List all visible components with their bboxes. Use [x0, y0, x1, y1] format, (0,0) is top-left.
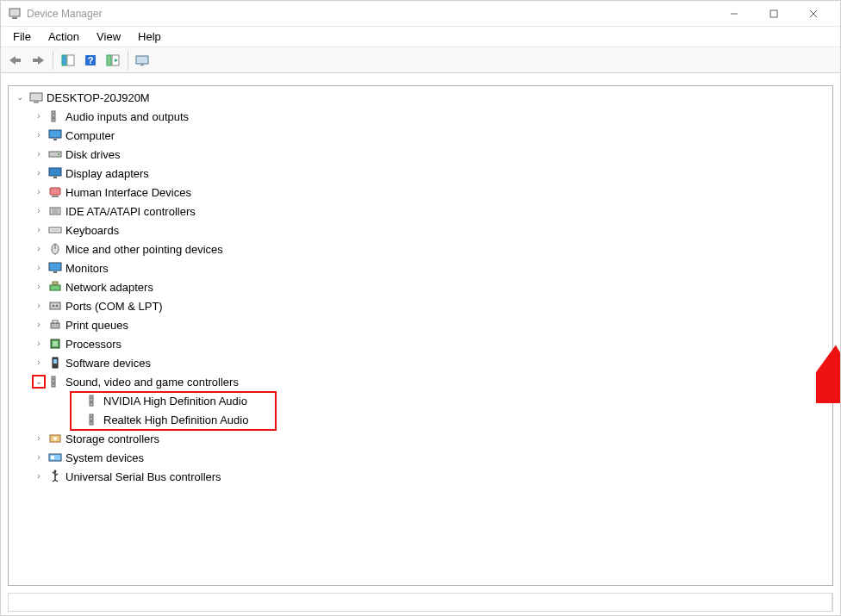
tree-category[interactable]: ›Mice and other pointing devices [9, 240, 832, 258]
tree-category[interactable]: ›Monitors [9, 258, 832, 277]
tree-category[interactable]: ›Storage controllers [9, 429, 832, 448]
tree-item-label: Human Interface Devices [65, 186, 191, 199]
statusbar [8, 593, 833, 612]
help-button[interactable]: ? [79, 50, 102, 71]
svg-rect-40 [50, 285, 60, 290]
expand-icon[interactable]: › [33, 224, 45, 236]
tree-device[interactable]: Realtek High Definition Audio [9, 410, 832, 429]
tree-category[interactable]: ›Software devices [9, 353, 832, 372]
forward-button[interactable] [27, 50, 49, 71]
tree-item-label: Keyboards [65, 224, 119, 237]
tree-item-label: IDE ATA/ATAPI controllers [65, 205, 196, 218]
tree-item-label: Audio inputs and outputs [65, 110, 189, 123]
tree-item-label: Disk drives [65, 148, 121, 161]
printer-icon [48, 318, 62, 332]
tree-category[interactable]: ›Processors [9, 334, 832, 353]
tree-item-label: Storage controllers [65, 432, 159, 445]
tree-category[interactable]: ›Universal Serial Bus controllers [9, 467, 832, 486]
expand-icon[interactable]: › [33, 357, 45, 369]
device-manager-icon [8, 7, 22, 21]
tree-item-label: Computer [65, 129, 115, 142]
svg-rect-21 [49, 130, 61, 138]
twisty-blank [71, 414, 83, 426]
svg-rect-63 [51, 456, 54, 459]
tree-category[interactable]: ›Display adapters [9, 164, 832, 183]
expand-icon[interactable]: › [33, 205, 45, 217]
svg-rect-0 [9, 9, 20, 16]
tree-category[interactable]: ›Audio inputs and outputs [9, 107, 832, 126]
software-icon [48, 356, 62, 370]
tree-category[interactable]: ›Computer [9, 126, 832, 145]
speaker-icon [86, 394, 100, 408]
expand-icon[interactable]: › [33, 243, 45, 255]
expand-icon[interactable]: › [33, 338, 45, 350]
tree-category[interactable]: ›Keyboards [9, 221, 832, 240]
expand-icon[interactable]: › [33, 319, 45, 331]
svg-rect-35 [51, 229, 59, 231]
tree-item-label: Processors [65, 338, 121, 351]
tree-item-label: Monitors [65, 262, 109, 275]
window-controls [714, 2, 833, 26]
expand-icon[interactable]: › [33, 470, 45, 482]
close-button[interactable] [794, 2, 833, 26]
show-hidden-button[interactable] [132, 50, 154, 71]
system-icon [48, 451, 62, 464]
svg-point-24 [58, 153, 59, 155]
menu-action[interactable]: Action [40, 28, 88, 45]
tree-item-label: Realtek High Definition Audio [103, 414, 248, 426]
tree-category[interactable]: ⌄Sound, video and game controllers [9, 372, 832, 391]
svg-rect-25 [49, 168, 61, 176]
svg-rect-41 [53, 282, 58, 284]
svg-rect-6 [16, 59, 21, 62]
ide-icon [48, 204, 62, 218]
expand-icon[interactable]: › [33, 110, 45, 122]
expand-icon[interactable]: › [33, 186, 45, 198]
tree-category[interactable]: ›System devices [9, 448, 832, 467]
device-tree[interactable]: ⌄DESKTOP-20J920M›Audio inputs and output… [8, 85, 833, 586]
expand-icon[interactable]: › [33, 262, 45, 274]
expand-icon[interactable]: › [33, 451, 45, 464]
expand-icon[interactable]: › [33, 300, 45, 312]
tree-category[interactable]: ›IDE ATA/ATAPI controllers [9, 202, 832, 221]
disk-icon [48, 147, 62, 161]
svg-point-61 [53, 437, 57, 440]
scan-hardware-button[interactable] [102, 50, 124, 71]
expand-icon[interactable]: › [33, 281, 45, 293]
minimize-button[interactable] [714, 2, 754, 26]
tree-device[interactable]: NVIDIA High Definition Audio [9, 391, 832, 410]
collapse-icon[interactable]: ⌄ [14, 91, 26, 103]
svg-point-55 [90, 401, 93, 404]
tree-category[interactable]: ›Ports (COM & LPT) [9, 296, 832, 315]
speaker-icon [86, 413, 100, 426]
svg-point-56 [90, 397, 92, 399]
monitor-icon [48, 128, 62, 142]
svg-rect-8 [62, 55, 66, 65]
svg-text:?: ? [88, 55, 94, 65]
expand-icon[interactable]: › [33, 129, 45, 141]
tree-category[interactable]: ›Disk drives [9, 145, 832, 164]
svg-point-59 [90, 416, 92, 418]
maximize-button[interactable] [754, 2, 794, 26]
cpu-icon [48, 337, 62, 351]
tree-category[interactable]: ›Human Interface Devices [9, 183, 832, 202]
back-button[interactable] [4, 50, 27, 71]
tree-category[interactable]: ›Network adapters [9, 277, 832, 296]
svg-rect-46 [53, 320, 58, 323]
svg-rect-28 [52, 196, 59, 197]
svg-rect-39 [53, 271, 57, 273]
menu-help[interactable]: Help [129, 28, 170, 45]
expand-icon[interactable]: › [33, 432, 45, 445]
show-console-tree-button[interactable] [57, 50, 79, 71]
svg-rect-45 [51, 323, 59, 328]
tree-category[interactable]: ›Print queues [9, 315, 832, 334]
tree-root[interactable]: ⌄DESKTOP-20J920M [9, 88, 832, 107]
computer-icon [29, 90, 43, 104]
svg-rect-12 [107, 55, 111, 65]
collapse-icon[interactable]: ⌄ [33, 376, 45, 388]
expand-icon[interactable]: › [33, 148, 45, 160]
menu-view[interactable]: View [88, 28, 129, 45]
tree-item-label: Universal Serial Bus controllers [65, 470, 221, 483]
expand-icon[interactable]: › [33, 167, 45, 179]
menu-file[interactable]: File [4, 28, 40, 45]
titlebar: Device Manager [1, 1, 840, 27]
